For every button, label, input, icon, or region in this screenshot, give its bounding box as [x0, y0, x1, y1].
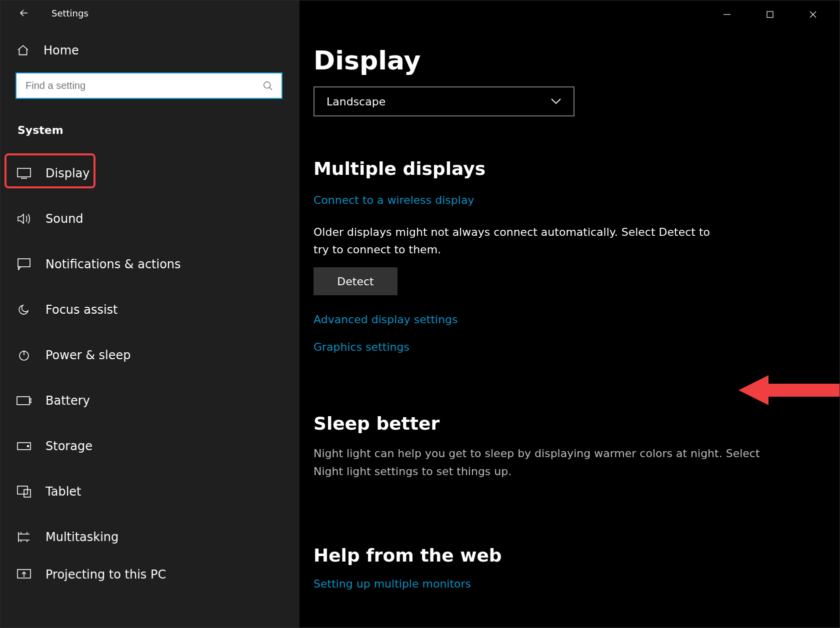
sidebar-item-multitasking[interactable]: Multitasking — [0, 514, 300, 560]
sidebar-section-label: System — [0, 99, 300, 136]
minimize-icon — [723, 10, 731, 18]
moon-icon — [16, 304, 32, 316]
sidebar-item-label: Sound — [46, 212, 84, 226]
sidebar: Settings Home System Display Soun — [0, 0, 300, 628]
button-label: Detect — [337, 275, 374, 288]
battery-icon — [16, 396, 32, 405]
close-icon — [809, 10, 817, 18]
search-input[interactable] — [16, 72, 282, 99]
orientation-dropdown[interactable]: Landscape — [314, 86, 574, 116]
power-icon — [16, 349, 32, 361]
search-icon — [262, 80, 274, 91]
home-icon — [16, 44, 30, 57]
window-controls — [706, 3, 834, 25]
chevron-down-icon — [550, 98, 562, 105]
app-title: Settings — [52, 8, 88, 18]
link-advanced-display-settings[interactable]: Advanced display settings — [314, 313, 458, 326]
sidebar-item-focus-assist[interactable]: Focus assist — [0, 287, 300, 332]
close-button[interactable] — [792, 3, 834, 25]
link-graphics-settings[interactable]: Graphics settings — [314, 341, 410, 353]
svg-rect-1 — [18, 168, 30, 177]
back-button[interactable] — [16, 5, 32, 20]
sound-icon — [16, 213, 32, 225]
sidebar-item-label: Tablet — [46, 485, 81, 499]
text-older-displays: Older displays might not always connect … — [314, 223, 728, 258]
maximize-button[interactable] — [748, 3, 792, 25]
sidebar-item-label: Power & sleep — [46, 348, 130, 362]
sidebar-item-home[interactable]: Home — [0, 25, 300, 57]
sidebar-item-label: Focus assist — [46, 303, 118, 317]
svg-rect-4 — [17, 397, 30, 405]
sidebar-item-label: Notifications & actions — [46, 257, 181, 271]
sidebar-item-notifications[interactable]: Notifications & actions — [0, 241, 300, 287]
dropdown-value: Landscape — [326, 95, 386, 108]
sidebar-item-battery[interactable]: Battery — [0, 378, 300, 423]
multitasking-icon — [16, 532, 32, 543]
svg-point-0 — [264, 81, 270, 88]
main-content: Display Landscape Multiple displays Conn… — [300, 0, 840, 628]
arrow-left-icon — [18, 7, 30, 19]
sidebar-home-label: Home — [44, 43, 79, 57]
display-icon — [16, 168, 32, 179]
sidebar-item-label: Projecting to this PC — [46, 568, 166, 582]
sidebar-item-display[interactable]: Display — [0, 150, 300, 196]
heading-multiple-displays: Multiple displays — [314, 158, 810, 179]
svg-rect-8 — [18, 486, 28, 494]
sidebar-item-projecting[interactable]: Projecting to this PC — [0, 560, 300, 590]
sidebar-nav: Display Sound Notifications & actions Fo… — [0, 150, 300, 590]
annotation-arrow — [738, 373, 840, 408]
detect-button[interactable]: Detect — [314, 267, 398, 295]
link-connect-wireless-display[interactable]: Connect to a wireless display — [314, 194, 474, 206]
svg-point-7 — [28, 445, 29, 447]
heading-sleep-better: Sleep better — [314, 413, 810, 434]
sidebar-item-label: Battery — [46, 394, 90, 408]
heading-help-from-web: Help from the web — [314, 545, 810, 566]
projecting-icon — [16, 569, 32, 580]
titlebar: Settings — [0, 0, 300, 25]
text-night-light: Night light can help you get to sleep by… — [314, 445, 786, 480]
minimize-button[interactable] — [706, 3, 748, 25]
search-container — [0, 57, 300, 99]
sidebar-item-label: Multitasking — [46, 530, 118, 544]
svg-rect-5 — [30, 399, 32, 403]
sidebar-item-storage[interactable]: Storage — [0, 423, 300, 469]
notifications-icon — [16, 258, 32, 270]
link-setting-up-multiple-monitors[interactable]: Setting up multiple monitors — [314, 578, 471, 590]
tablet-icon — [16, 486, 32, 498]
sidebar-item-tablet[interactable]: Tablet — [0, 469, 300, 514]
sidebar-item-sound[interactable]: Sound — [0, 196, 300, 241]
storage-icon — [16, 442, 32, 450]
svg-marker-12 — [738, 375, 840, 405]
svg-rect-11 — [767, 11, 773, 17]
maximize-icon — [766, 11, 774, 18]
svg-rect-2 — [18, 259, 30, 267]
sidebar-item-label: Storage — [46, 439, 92, 453]
sidebar-item-label: Display — [46, 166, 90, 180]
sidebar-item-power-sleep[interactable]: Power & sleep — [0, 332, 300, 378]
